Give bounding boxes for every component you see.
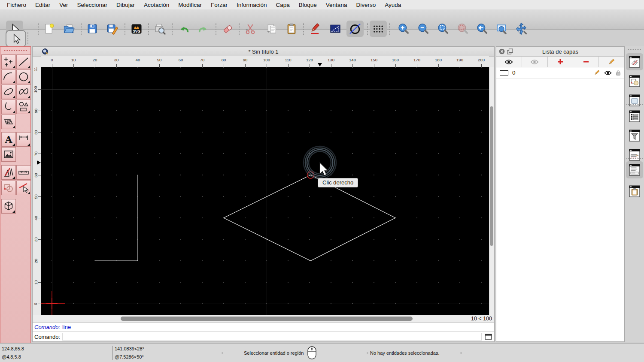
menu-item-ventana[interactable]: Ventana [326,2,347,8]
tool-hatch-button[interactable] [1,115,16,129]
dock-clipboard-button[interactable] [626,183,643,200]
entity-list-window-icon [629,110,640,122]
zoom-selection-button[interactable] [454,21,471,37]
menu-item-ver[interactable]: Ver [59,2,68,8]
show-all-layers-button[interactable] [496,57,522,67]
snap-select-button[interactable] [6,30,26,47]
layer-lock-icon[interactable] [616,70,621,76]
redo-button[interactable] [195,21,212,37]
pen-edit-button[interactable] [307,21,324,37]
menu-item-modificar[interactable]: Modificar [178,2,202,8]
tool-dimension-button[interactable] [16,132,31,147]
menu-item-capa[interactable]: Capa [276,2,290,8]
svg-text:SVG: SVG [133,29,140,33]
tool-delete-button[interactable] [16,181,31,195]
command-dock-button[interactable] [484,334,492,340]
tool-line-button[interactable] [16,54,31,69]
cut-button[interactable] [242,21,259,37]
dock-drag-handle[interactable] [628,49,641,50]
tool-points-button[interactable] [1,54,16,69]
dock-command-widget-button[interactable] [626,161,643,178]
pan-button[interactable] [513,21,530,37]
vruler-label: 110 [33,67,38,73]
vruler-tick [38,175,41,175]
layer-name: 0 [512,69,516,76]
file-open-button[interactable] [60,21,77,37]
menu-item-ayuda[interactable]: Ayuda [385,2,401,8]
dock-pen-palette-button[interactable] [626,146,643,163]
tool-spline-button[interactable] [16,84,31,99]
file-save-as-button[interactable] [103,21,121,37]
snap-grid-button[interactable] [370,21,387,37]
vertical-scrollbar[interactable] [489,67,494,315]
layer-edit-pencil-icon[interactable] [594,69,600,76]
remove-layer-button[interactable] [573,57,599,67]
dock-strip [625,46,644,342]
coordinate-absolute: 124.8,65.8 [2,346,24,351]
hide-all-layers-button[interactable] [522,57,548,67]
menu-item-diverso[interactable]: Diverso [356,2,376,8]
dock-library-browser-button[interactable] [626,92,643,109]
zoom-window-button[interactable] [493,21,510,37]
coordinate-relative: @4.8,5.8 [2,354,21,359]
zoom-auto-button[interactable] [434,21,451,37]
vertical-scrollbar-thumb[interactable] [490,106,493,246]
horizontal-scrollbar-thumb[interactable] [121,317,413,321]
tool-image-button[interactable] [1,147,16,162]
print-preview-button[interactable] [151,21,168,37]
dock-selection-filter-button[interactable] [626,127,643,144]
add-layer-button[interactable] [548,57,574,67]
measure-button[interactable] [327,21,344,37]
tool-ruler-button[interactable] [16,165,31,180]
export-svg-button[interactable]: SVG [128,21,145,37]
zoom-out-button[interactable] [414,21,431,37]
vruler-tick [38,261,41,261]
tool-box3d-button[interactable] [1,199,16,214]
zoom-in-button[interactable] [395,21,412,37]
paste-button[interactable] [283,21,300,37]
command-history-label: Comando: [34,324,60,330]
dock-layer-list-button[interactable] [626,53,643,70]
close-icon[interactable] [499,48,505,54]
menu-item-acotacion[interactable]: Acotación [144,2,169,8]
layer-row[interactable]: 0 [496,67,624,78]
circle-icon [18,71,29,82]
undo-button[interactable] [175,21,192,37]
tool-modify-button[interactable] [1,181,16,195]
dock-block-list-button[interactable] [626,72,643,90]
tool-ellipse-button[interactable] [1,84,16,99]
tool-draw-tools-button[interactable] [1,165,16,180]
delete-button[interactable] [219,21,236,37]
palette-drag-handle[interactable] [4,50,27,51]
hruler-tick [181,64,181,67]
layer-color-swatch[interactable] [500,70,508,75]
tool-arc-button[interactable] [1,69,16,84]
command-input[interactable] [62,333,482,341]
tool-text-button[interactable]: A [1,132,16,147]
file-new-button[interactable] [40,21,57,37]
dock-entity-list-button[interactable] [626,108,643,125]
menu-item-informacion[interactable]: Información [237,2,267,8]
vruler-label: 30 [33,234,38,245]
horizontal-scrollbar[interactable]: 10 < 100 [33,315,494,322]
menu-item-bloque[interactable]: Bloque [299,2,317,8]
edit-layer-button[interactable] [599,57,624,67]
menu-item-forzar[interactable]: Forzar [211,2,228,8]
menu-item-fichero[interactable]: Fichero [7,2,26,8]
copy-button[interactable] [263,21,280,37]
tool-polyline-button[interactable] [1,100,16,114]
file-save-button[interactable] [84,21,101,37]
hruler-label: 130 [325,57,337,62]
detach-icon[interactable] [507,48,513,54]
menu-item-editar[interactable]: Editar [35,2,50,8]
hruler-label: 200 [476,57,487,62]
restrict-nothing-button[interactable] [346,21,364,37]
menu-item-dibujar[interactable]: Dibujar [116,2,135,8]
zoom-previous-button[interactable] [473,21,490,37]
tool-polygon-button[interactable] [16,100,31,114]
document-titlebar[interactable]: * Sin título 1 [33,47,494,57]
layer-visibility-eye-icon[interactable] [604,70,612,75]
drawing-canvas[interactable]: Clic derecho [41,67,489,315]
tool-circle-button[interactable] [16,69,31,84]
menu-item-seleccionar[interactable]: Seleccionar [77,2,108,8]
